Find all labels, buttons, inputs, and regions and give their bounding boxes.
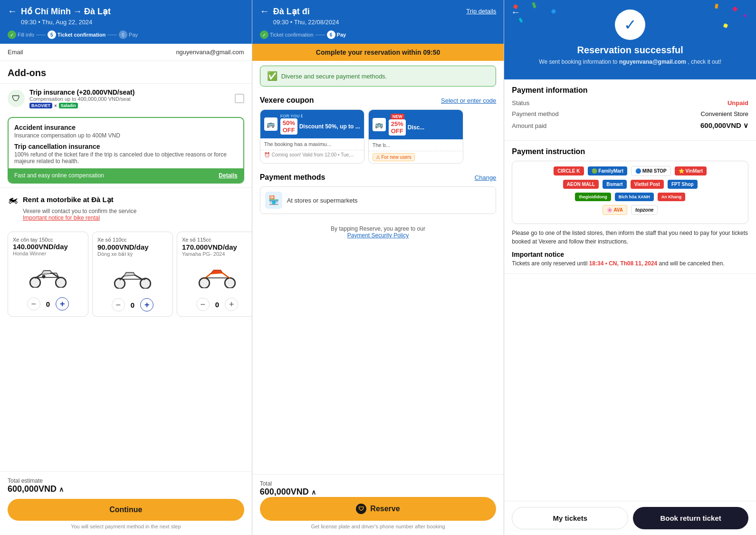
coupon-cards: 🚌 FOR YOU ℹ 50%OFF Discount 50%, up to .… xyxy=(260,109,497,164)
success-title: Reservation successful xyxy=(512,45,748,56)
panel3-body: Payment information Status Unpaid Paymen… xyxy=(504,79,756,501)
reserve-shield-icon: 🛡 xyxy=(356,504,366,514)
trip-insurance-title: Trip insurance (+20.000VND/seat) xyxy=(29,88,134,96)
bike1-price: 90.000VND/day xyxy=(97,243,168,251)
insurance-checkbox[interactable] xyxy=(235,94,244,103)
bike2-qty: 0 xyxy=(215,301,219,309)
bike0-engine: Xe côn tay 150cc xyxy=(13,237,83,243)
accident-footer: Fast and easy online compensation Detail… xyxy=(9,168,243,183)
payment-option-text: At stores or supermarkets xyxy=(287,197,358,204)
bike1-plus[interactable]: + xyxy=(140,298,153,311)
bike1-minus[interactable]: − xyxy=(112,298,125,311)
agree-text: By tapping Reserve, you agree to our Pay… xyxy=(252,225,504,239)
notice-title: Important notice xyxy=(512,251,748,258)
panel-3: ← ✓ Reservation successful We sent booki… xyxy=(504,0,756,535)
vin-mart-logo: ⭐ VinMart xyxy=(675,166,707,175)
accident-title: Accident insurance xyxy=(14,124,238,131)
bike2-model: Yamaha PG- 2024 xyxy=(182,251,252,257)
coupon1-footer: ⚠ For new users xyxy=(369,151,463,163)
rent-title: Rent a motorbike at Đà Lạt xyxy=(23,195,114,204)
panel2-back-button[interactable]: ← xyxy=(260,6,269,17)
bike-card-2: Xe số 115cc 170.000VND/day Yamaha PG- 20… xyxy=(177,232,252,317)
svg-point-0 xyxy=(30,277,40,288)
continue-button[interactable]: Continue xyxy=(8,499,244,521)
select-coupon-link[interactable]: Select or enter code xyxy=(441,97,496,104)
cancellation-desc: 100% refund of the ticket fare if the tr… xyxy=(14,151,238,165)
mini-stop-logo: 🔵 MINI STOP xyxy=(631,166,671,176)
bike0-image xyxy=(13,260,83,293)
p2-step-ticket: ✓ Ticket confirmation xyxy=(260,30,314,39)
secure-badge: ✅ Diverse and secure payment methods. xyxy=(260,66,497,87)
instruction-title: Payment instruction xyxy=(512,147,748,156)
ava-logo: 🌸 AVA xyxy=(603,205,627,215)
coupon1-title: Disc... xyxy=(408,124,424,131)
coupon-card-1[interactable]: 🚌 NEW 25%OFF Disc... The b. xyxy=(368,109,463,164)
total-amount: 600,000VND ∧ xyxy=(8,484,64,494)
panel1-title: Hồ Chí Minh → Đà Lạt xyxy=(21,6,111,17)
footer-note: You will select payment method in the ne… xyxy=(8,524,244,529)
topzone-logo: topzone xyxy=(631,205,658,215)
stores-row-2: AEON MALL Bsmart Viettel Post FPT Shop xyxy=(517,180,743,189)
payment-instruction-section: Payment instruction CIRCLE K 🟢 FamilyMar… xyxy=(504,141,756,274)
coupon0-bus-icon: 🚌 xyxy=(264,117,278,131)
panel2-body: Complete your reservation within 09:50 ✅… xyxy=(252,44,504,474)
rent-sub: Vexere will contact you to confirm the s… xyxy=(23,208,244,214)
method-row: Payment method Convenient Store xyxy=(512,110,748,117)
insurance-icon: 🛡 xyxy=(8,90,25,107)
amount-value: 600,000VND ∨ xyxy=(700,121,748,130)
total-label: Total estimate xyxy=(8,477,64,484)
bsmart-logo: Bsmart xyxy=(603,180,626,189)
bike-card-0: Xe côn tay 150cc 140.000VND/day Honda Wi… xyxy=(8,232,88,317)
bike0-minus[interactable]: − xyxy=(27,297,40,311)
panel2-footer: Total 600,000VND ∧ 🛡 Reserve Get license… xyxy=(252,474,504,535)
svg-point-4 xyxy=(140,278,151,289)
coupon0-title: Discount 50%, up to ... xyxy=(299,123,360,130)
panel1-body: Email nguyenvana@gmail.com Add-ons 🛡 Tri… xyxy=(0,44,252,471)
bike1-qty: 0 xyxy=(131,301,134,309)
p2-footer-note: Get license plate and driver's phone num… xyxy=(260,524,497,529)
panel2-header: ← Đà Lạt đi Trip details 09:30 • Thu, 22… xyxy=(252,0,504,44)
policy-link[interactable]: Payment Security Policy xyxy=(347,232,409,239)
bike2-controls: − 0 + xyxy=(182,298,252,311)
viettel-logo: Viettel Post xyxy=(631,180,664,189)
bike-cards-container: Xe côn tay 150cc 140.000VND/day Honda Wi… xyxy=(0,227,252,321)
change-payment-link[interactable]: Change xyxy=(475,174,497,181)
important-notice-link[interactable]: Important notice for bike rental xyxy=(23,214,244,221)
circle-k-logo: CIRCLE K xyxy=(554,166,584,175)
bike2-minus[interactable]: − xyxy=(196,298,210,311)
stores-row-4: 🌸 AVA topzone xyxy=(517,205,743,215)
status-label: Status xyxy=(512,99,529,107)
bike1-model: Dòng xe bất kỳ xyxy=(97,251,168,257)
back-button[interactable]: ← xyxy=(8,6,17,17)
bike2-plus[interactable]: + xyxy=(225,298,238,311)
trip-insurance-sub: Compensation up to 400,000,000 VND/seat xyxy=(29,96,134,102)
coupon0-body: The booking has a maximu... xyxy=(260,138,364,150)
new-badge: NEW xyxy=(391,114,404,119)
reserve-button[interactable]: 🛡 Reserve xyxy=(260,497,497,521)
timer-bar: Complete your reservation within 09:50 xyxy=(252,44,504,61)
payment-section: Payment methods Change 🏪 At stores or su… xyxy=(252,168,504,219)
amount-label: Amount paid xyxy=(512,122,546,129)
bike1-engine: Xe số 110cc xyxy=(97,237,168,243)
fpt-logo: FPT Shop xyxy=(668,180,698,189)
status-value: Unpaid xyxy=(727,99,748,107)
panel-1: ← Hồ Chí Minh → Đà Lạt 09:30 • Thu, Aug … xyxy=(0,0,252,535)
stores-row-3: thegioididong Bích hóa XANH An Khang xyxy=(517,193,743,201)
addons-title: Add-ons xyxy=(0,61,252,83)
coupon0-label: FOR YOU ℹ xyxy=(280,114,360,118)
amount-row: Amount paid 600,000VND ∨ xyxy=(512,121,748,130)
details-link[interactable]: Details xyxy=(219,172,237,179)
p2-step-pay: 6 Pay xyxy=(327,30,346,39)
payment-info-title: Payment information xyxy=(512,86,748,95)
secure-check-icon: ✅ xyxy=(267,71,278,81)
secure-text: Diverse and secure payment methods. xyxy=(281,73,387,80)
coupon-card-0[interactable]: 🚌 FOR YOU ℹ 50%OFF Discount 50%, up to .… xyxy=(260,109,364,164)
step-ticket-confirmation: 5 Ticket confirmation xyxy=(48,30,105,39)
trip-details-link[interactable]: Trip details xyxy=(466,8,496,15)
panel-2: ← Đà Lạt đi Trip details 09:30 • Thu, 22… xyxy=(252,0,505,535)
payment-option[interactable]: 🏪 At stores or supermarkets xyxy=(260,186,497,214)
panel2-back-icon[interactable]: ← xyxy=(511,7,520,18)
book-return-button[interactable]: Book return ticket xyxy=(633,507,748,529)
bike0-plus[interactable]: + xyxy=(56,297,69,311)
my-tickets-button[interactable]: My tickets xyxy=(512,507,628,529)
